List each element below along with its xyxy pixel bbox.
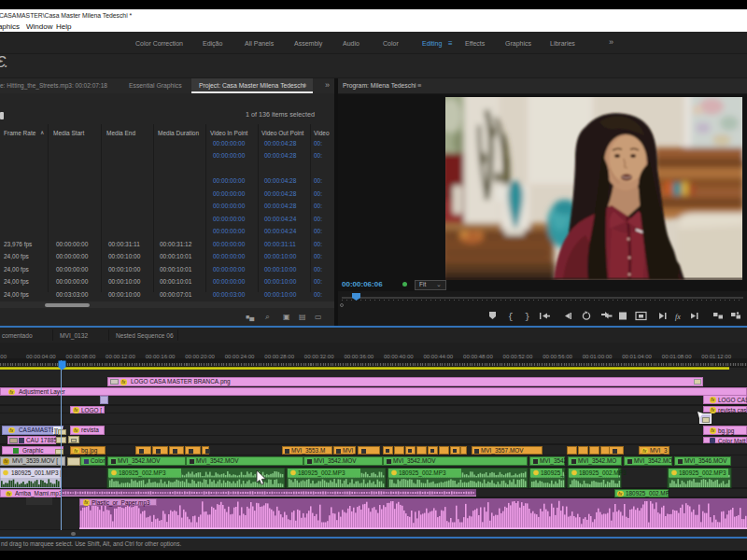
- svg-text:180925_0: 180925_0: [541, 469, 568, 477]
- svg-text:{: {: [508, 313, 513, 322]
- svg-text:180925_002.MP3: 180925_002.MP3: [298, 469, 345, 477]
- svg-text:180925_001.MP3 [A]: 180925_001.MP3 [A]: [11, 469, 67, 477]
- svg-text:180925_002.MP3: 180925_002.MP3: [119, 469, 166, 477]
- svg-text:180925_002.MP3: 180925_002.MP3: [679, 469, 726, 477]
- svg-text:180925_002.MP3: 180925_002.MP3: [579, 469, 627, 477]
- svg-text:180925_002.MP3: 180925_002.MP3: [399, 469, 446, 477]
- svg-text:}: }: [525, 313, 529, 322]
- svg-text:fx: fx: [675, 313, 681, 321]
